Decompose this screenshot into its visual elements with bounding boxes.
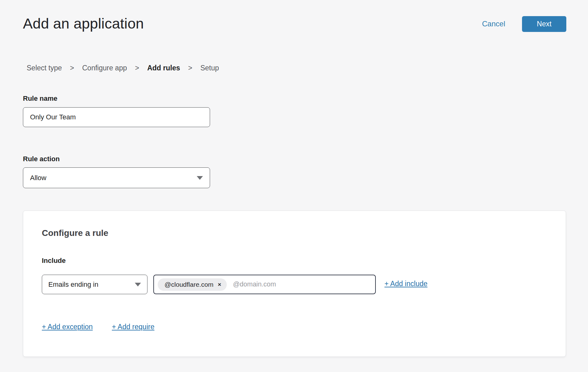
configure-rule-title: Configure a rule [42, 228, 108, 238]
breadcrumb-step-setup[interactable]: Setup [200, 64, 219, 72]
rule-name-label: Rule name [23, 95, 57, 103]
include-type-select[interactable]: Emails ending in [42, 275, 147, 294]
rule-action-selected-value: Allow [30, 174, 46, 182]
rule-name-input[interactable] [23, 107, 210, 127]
tag-chip-label: @cloudflare.com [165, 281, 213, 288]
breadcrumb-step-add-rules[interactable]: Add rules [147, 64, 180, 72]
breadcrumb-separator: > [70, 64, 74, 72]
breadcrumb-step-select-type[interactable]: Select type [27, 64, 62, 72]
cancel-button[interactable]: Cancel [482, 20, 505, 28]
tag-chip: @cloudflare.com × [158, 278, 227, 291]
rule-action-select[interactable]: Allow [23, 167, 210, 188]
add-application-page: Add an application Cancel Next Select ty… [0, 0, 588, 372]
page-title: Add an application [23, 15, 144, 32]
chevron-down-icon [135, 283, 141, 286]
domain-input[interactable] [233, 281, 371, 288]
remove-tag-icon[interactable]: × [218, 281, 221, 287]
include-label: Include [42, 257, 66, 265]
email-domains-tag-field[interactable]: @cloudflare.com × [153, 275, 376, 294]
include-type-selected-value: Emails ending in [48, 281, 98, 289]
chevron-down-icon [197, 176, 203, 180]
configure-rule-card: Configure a rule Include Emails ending i… [23, 210, 566, 357]
breadcrumb-separator: > [188, 64, 192, 72]
add-exception-link[interactable]: + Add exception [42, 323, 93, 331]
breadcrumb: Select type > Configure app > Add rules … [27, 64, 219, 72]
rule-action-label: Rule action [23, 155, 60, 163]
breadcrumb-separator: > [135, 64, 139, 72]
next-button[interactable]: Next [522, 16, 566, 32]
add-require-link[interactable]: + Add require [112, 323, 154, 331]
breadcrumb-step-configure-app[interactable]: Configure app [82, 64, 127, 72]
add-include-link[interactable]: + Add include [384, 280, 428, 288]
